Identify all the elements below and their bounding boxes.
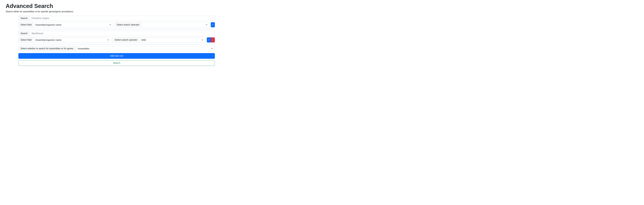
- search-label: Search: [18, 31, 30, 36]
- remove-row-button[interactable]: -: [211, 37, 215, 43]
- search-type-dropdown[interactable]: Assemblies: [76, 46, 215, 51]
- add-row-inline-button[interactable]: +: [211, 22, 215, 27]
- divider: [18, 44, 215, 44]
- page-subtitle: Search either for assemblies or for spec…: [6, 10, 215, 13]
- page-title: Advanced Search: [6, 3, 215, 9]
- select-field-dropdown[interactable]: Assembly/organism name: [34, 37, 111, 43]
- search-row: Search Select field Assembly/organism na…: [18, 16, 215, 27]
- select-field-dropdown[interactable]: Assembly/organism name: [34, 22, 113, 27]
- select-operator-label: Select search operator: [114, 22, 142, 27]
- search-input[interactable]: [30, 31, 215, 36]
- search-button[interactable]: Search: [18, 60, 215, 66]
- select-operator-dropdown[interactable]: [141, 22, 209, 27]
- select-operator-label: Select search operator: [112, 37, 140, 43]
- add-new-row-button[interactable]: Add new row: [18, 53, 215, 59]
- select-type-label: Select whether to search for assemblies …: [18, 46, 76, 51]
- add-row-inline-button[interactable]: +: [207, 37, 211, 43]
- select-field-label: Select field: [18, 37, 34, 43]
- select-field-label: Select field: [18, 22, 34, 27]
- divider: [18, 29, 215, 29]
- search-row: Search Select field Assembly/organism na…: [18, 31, 215, 43]
- search-input[interactable]: [30, 16, 215, 21]
- select-operator-dropdown[interactable]: AND: [139, 37, 205, 43]
- search-label: Search: [18, 16, 30, 21]
